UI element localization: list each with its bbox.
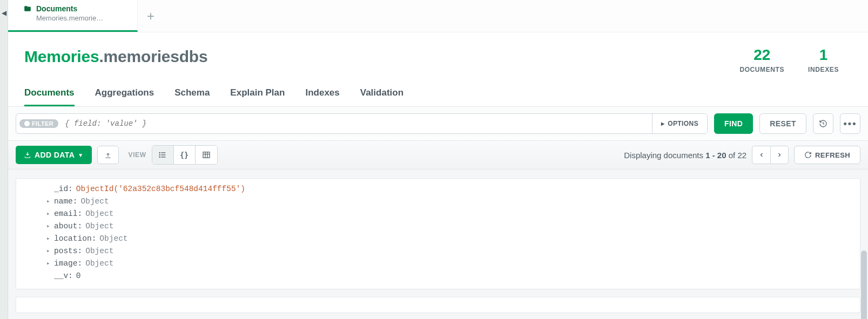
export-button[interactable] [97, 146, 119, 164]
document-field[interactable]: ▸about: Object [56, 220, 860, 233]
field-value: Object [81, 195, 109, 208]
more-button[interactable]: ••• [840, 113, 860, 134]
history-icon [819, 119, 827, 128]
document-field: __v: 0 [56, 270, 860, 282]
chevron-right-icon: ▸ [46, 208, 54, 220]
field-value: Object [85, 208, 113, 220]
field-key: location [54, 233, 92, 245]
field-key: email [54, 208, 78, 220]
chevron-left-icon [758, 152, 765, 158]
filter-bar: FILTER ▸ OPTIONS FIND RESET ••• [8, 107, 868, 140]
field-value: ObjectId('62a352c83bcf548d414fff55') [76, 183, 245, 195]
chevron-right-icon: ▸ [46, 195, 54, 208]
tab-strip: Documents Memories.memorie… + [8, 0, 868, 32]
field-key: __v [54, 270, 68, 282]
field-value: Object [85, 257, 113, 270]
view-mode-segment: {} [152, 145, 218, 165]
sub-tab-schema[interactable]: Schema [174, 82, 210, 106]
field-key: posts [54, 245, 78, 257]
filter-input[interactable] [64, 119, 652, 128]
tab-subtitle: Memories.memorie… [36, 14, 126, 22]
chevron-right-icon: ▸ [46, 233, 54, 245]
view-label: VIEW [129, 151, 146, 159]
reset-button[interactable]: RESET [759, 113, 806, 134]
refresh-button[interactable]: REFRESH [794, 146, 860, 164]
stat-indexes-value: 1 [808, 47, 839, 63]
document-field[interactable]: ▸name: Object [56, 195, 860, 208]
pager [752, 146, 789, 164]
collection-sub-tabs: DocumentsAggregationsSchemaExplain PlanI… [8, 77, 868, 107]
chevron-left-icon: ◀ [2, 10, 6, 16]
collection-header: Memories.memoriesdbs 22 DOCUMENTS 1 INDE… [8, 32, 868, 77]
sub-tab-indexes[interactable]: Indexes [305, 82, 339, 106]
caret-down-icon: ▼ [78, 152, 83, 158]
ellipsis-icon: ••• [844, 118, 857, 130]
upload-icon [104, 151, 112, 159]
chevron-right-icon: ▸ [46, 245, 54, 257]
plus-icon: + [147, 9, 154, 24]
svg-rect-7 [203, 152, 210, 158]
field-value: Object [85, 220, 113, 233]
sub-tab-aggregations[interactable]: Aggregations [95, 82, 154, 106]
scrollbar-thumb[interactable] [861, 250, 867, 319]
document-field: _id: ObjectId('62a352c83bcf548d414fff55'… [56, 183, 860, 195]
view-list-button[interactable] [152, 146, 174, 164]
svg-point-6 [159, 157, 160, 157]
field-key: name [54, 195, 73, 208]
chevron-right-icon: ▸ [46, 257, 54, 270]
tab-documents[interactable]: Documents Memories.memorie… [8, 0, 138, 32]
result-count: Displaying documents 1 - 20 of 22 [624, 151, 746, 160]
documents-toolbar: ADD DATA ▼ VIEW {} Displaying documents … [8, 140, 868, 169]
stat-documents: 22 DOCUMENTS [728, 47, 796, 73]
filter-chip: FILTER [19, 119, 58, 128]
sidebar-collapse-handle[interactable]: ◀ [0, 0, 8, 319]
info-icon [24, 121, 30, 126]
view-table-button[interactable] [196, 146, 217, 164]
svg-point-5 [159, 154, 160, 155]
field-key: about [54, 220, 78, 233]
caret-right-icon: ▸ [661, 120, 664, 127]
stat-documents-value: 22 [739, 47, 784, 63]
document-field[interactable]: ▸posts: Object [56, 245, 860, 257]
database-name: Memories [24, 47, 99, 65]
list-icon [158, 151, 167, 159]
field-key: _id [54, 183, 68, 195]
sub-tab-documents[interactable]: Documents [24, 82, 75, 106]
history-button[interactable] [813, 113, 833, 134]
folder-icon [23, 5, 32, 12]
view-json-button[interactable]: {} [174, 146, 196, 164]
document-card[interactable]: _id: ObjectId('62a352c83bcf548d414fff55'… [16, 178, 860, 289]
tab-title: Documents [36, 4, 77, 13]
download-icon [24, 151, 31, 159]
braces-icon: {} [180, 151, 189, 159]
new-tab-button[interactable]: + [138, 0, 164, 32]
sub-tab-validation[interactable]: Validation [360, 82, 403, 106]
prev-page-button[interactable] [752, 146, 770, 164]
next-page-button[interactable] [770, 146, 789, 164]
field-value: Object [99, 233, 127, 245]
options-button[interactable]: ▸ OPTIONS [652, 114, 707, 133]
document-card[interactable] [16, 297, 860, 313]
filter-input-wrap: FILTER ▸ OPTIONS [16, 113, 708, 134]
svg-point-0 [24, 121, 30, 126]
document-list: _id: ObjectId('62a352c83bcf548d414fff55'… [8, 169, 868, 319]
namespace: Memories.memoriesdbs [24, 47, 207, 66]
find-button[interactable]: FIND [714, 113, 753, 134]
field-value: Object [85, 245, 113, 257]
stat-documents-label: DOCUMENTS [739, 66, 784, 73]
document-field[interactable]: ▸image: Object [56, 257, 860, 270]
field-value: 0 [76, 270, 81, 282]
stat-indexes-label: INDEXES [808, 66, 839, 73]
refresh-icon [804, 151, 812, 159]
field-key: image [54, 257, 78, 270]
sub-tab-explain-plan[interactable]: Explain Plan [230, 82, 285, 106]
document-field[interactable]: ▸location: Object [56, 233, 860, 245]
chevron-right-icon: ▸ [46, 220, 54, 233]
stat-indexes: 1 INDEXES [796, 47, 851, 73]
document-field[interactable]: ▸email: Object [56, 208, 860, 220]
add-data-button[interactable]: ADD DATA ▼ [16, 146, 92, 164]
table-icon [202, 151, 211, 159]
svg-point-4 [159, 152, 160, 153]
chevron-right-icon [776, 152, 783, 158]
collection-name: memoriesdbs [104, 47, 208, 65]
